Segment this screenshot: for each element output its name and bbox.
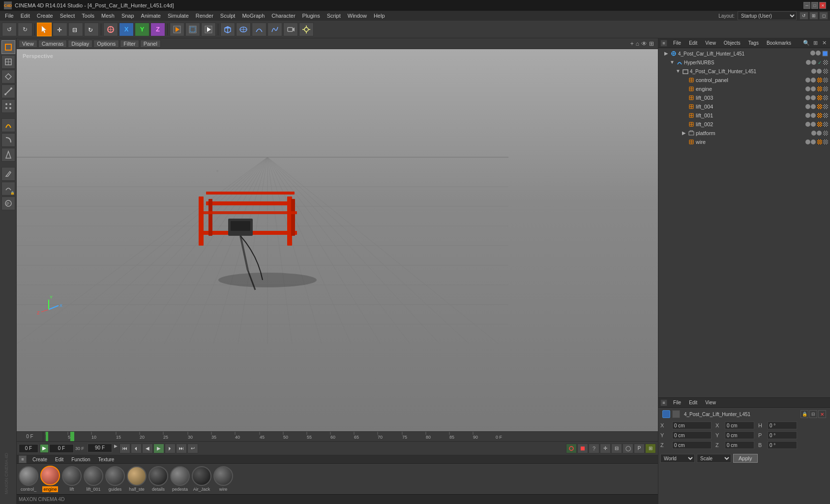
goto-start-btn[interactable]: ⏮ [119, 444, 130, 453]
camera-btn[interactable] [283, 23, 298, 36]
vp-cameras-menu[interactable]: Cameras [38, 40, 67, 48]
model-mode-btn[interactable] [1, 40, 15, 54]
mat-menu-texture[interactable]: Texture [96, 456, 117, 463]
mesh-mode-btn[interactable] [1, 55, 15, 69]
end-frame-input[interactable] [88, 444, 112, 452]
vp-display-menu[interactable]: Display [68, 40, 92, 48]
attr-z-rot[interactable] [768, 441, 797, 449]
attr-close-icon[interactable]: ✕ [818, 410, 826, 418]
minimize-button[interactable]: ─ [803, 2, 810, 9]
menu-render[interactable]: Render [193, 12, 216, 20]
obj-row-model[interactable]: ▼ 4_Post_Car_Lift_Hunter_L451 [658, 67, 830, 76]
select-tool-button[interactable] [37, 23, 52, 36]
spline-btn[interactable] [267, 23, 282, 36]
rotate-tool-button[interactable]: ↻ [84, 23, 99, 36]
menu-mesh[interactable]: Mesh [98, 12, 118, 20]
obj-menu-bookmarks[interactable]: Bookmarks [765, 40, 793, 46]
obj-row-platform[interactable]: ▶ platform [658, 129, 830, 138]
maximize-button[interactable]: □ [811, 2, 818, 9]
menu-script[interactable]: Script [324, 12, 344, 20]
obj-row-lift004[interactable]: ▶ lift_004 [658, 102, 830, 111]
search-icon[interactable]: 🔍 [802, 39, 810, 47]
material-airjack[interactable]: Air_Jack [192, 466, 211, 492]
obj-menu-edit[interactable]: Edit [687, 40, 699, 46]
material-guides[interactable]: guides [105, 466, 125, 492]
loop-btn[interactable]: ↩ [187, 444, 198, 453]
vp-panel-menu[interactable]: Panel [140, 40, 161, 48]
box-select-keys-btn[interactable]: ⊟ [611, 444, 622, 453]
dope-sheet-btn[interactable]: P [634, 444, 645, 453]
object-axis-btn[interactable] [103, 23, 118, 36]
paint-btn[interactable]: P [1, 196, 15, 210]
coord-system-select[interactable]: World Local [660, 454, 695, 463]
goto-end-btn[interactable]: ⏭ [176, 444, 187, 453]
material-lift[interactable]: lift [62, 466, 82, 492]
menu-simulate[interactable]: Simulate [165, 12, 192, 20]
bend-deformer-btn[interactable] [1, 133, 15, 147]
mat-menu-edit[interactable]: Edit [53, 456, 65, 463]
layout-btn1[interactable]: ↺ [800, 12, 808, 20]
light-btn[interactable] [299, 23, 314, 36]
obj-row-hypernurbs[interactable]: ▼ HyperNURBS ✓ [658, 58, 830, 67]
render-to-picture-btn[interactable] [201, 23, 216, 36]
attr-lock-icon[interactable]: 🔒 [800, 410, 808, 418]
attr-z-size[interactable] [725, 441, 754, 449]
material-engine[interactable]: engine [40, 466, 60, 492]
obj-row-lift003[interactable]: ▶ lift_003 [658, 93, 830, 102]
expand-hypernurbs[interactable]: ▼ [669, 59, 675, 65]
move-keys-btn[interactable]: ✛ [600, 444, 611, 453]
menu-character[interactable]: Character [268, 12, 298, 20]
material-pedesta[interactable]: pedesta [170, 466, 190, 492]
expand-root[interactable]: ▶ [663, 51, 669, 56]
attr-x-rot[interactable] [768, 421, 797, 429]
attr-z-pos[interactable] [672, 441, 711, 449]
material-wire[interactable]: wire [213, 466, 233, 492]
timeline-mode-btn[interactable]: ◯ [622, 444, 633, 453]
attr-menu-file[interactable]: File [671, 399, 683, 406]
menu-animate[interactable]: Animate [138, 12, 164, 20]
vp-options-menu[interactable]: Options [93, 40, 119, 48]
menu-file[interactable]: File [2, 12, 17, 20]
move-tool-button[interactable]: ✛ [53, 23, 67, 36]
attr-y-rot[interactable] [768, 431, 797, 439]
obj-menu-view[interactable]: View [703, 40, 718, 46]
close-icon[interactable]: ✕ [820, 39, 828, 47]
menu-plugins[interactable]: Plugins [299, 12, 323, 20]
vp-icon-eye[interactable]: 👁 [641, 40, 647, 47]
render-region-btn[interactable] [185, 23, 200, 36]
obj-row-control[interactable]: ▶ control_panel [658, 76, 830, 84]
knife-tool-btn[interactable] [1, 167, 15, 181]
step-forward-btn[interactable]: ⏵ [165, 444, 176, 453]
menu-sculpt[interactable]: Sculpt [217, 12, 238, 20]
menu-edit[interactable]: Edit [18, 12, 33, 20]
material-details[interactable]: details [148, 466, 168, 492]
menu-snap[interactable]: Snap [119, 12, 137, 20]
cube-btn[interactable] [220, 23, 235, 36]
obj-row-lift001[interactable]: ▶ lift_001 [658, 111, 830, 120]
menu-mograph[interactable]: MoGraph [239, 12, 267, 20]
current-frame-input[interactable] [19, 444, 38, 453]
obj-menu-file[interactable]: File [671, 40, 683, 46]
render-btn[interactable] [170, 23, 184, 36]
expand-platform[interactable]: ▶ [681, 130, 687, 136]
obj-row-lift002[interactable]: ▶ lift_002 [658, 120, 830, 129]
record-btn[interactable] [40, 444, 49, 453]
attr-y-size[interactable] [725, 431, 754, 439]
attr-clone-icon[interactable]: ⊟ [809, 410, 817, 418]
vp-filter-menu[interactable]: Filter [120, 40, 139, 48]
vp-icon-plus[interactable]: + [630, 40, 634, 47]
menu-help[interactable]: Help [371, 12, 388, 20]
menu-create[interactable]: Create [34, 12, 56, 20]
point-mode-btn[interactable] [1, 99, 15, 113]
material-lift001[interactable]: lift_001 [84, 466, 103, 492]
smooth-btn[interactable]: 🔒 [1, 182, 15, 196]
obj-row-root[interactable]: ▶ 4_Post_Car_Lift_Hunter_L451 [658, 49, 830, 58]
obj-menu-tags[interactable]: Tags [746, 40, 761, 46]
layout-select[interactable]: Startup (User) [738, 11, 797, 20]
y-axis-btn[interactable]: Y [135, 23, 149, 36]
close-button[interactable]: ✕ [819, 2, 826, 9]
stop-btn[interactable] [577, 444, 588, 453]
vp-view-menu[interactable]: View [19, 40, 37, 48]
apply-button[interactable]: Apply [733, 454, 758, 463]
taper-deformer-btn[interactable] [1, 148, 15, 162]
